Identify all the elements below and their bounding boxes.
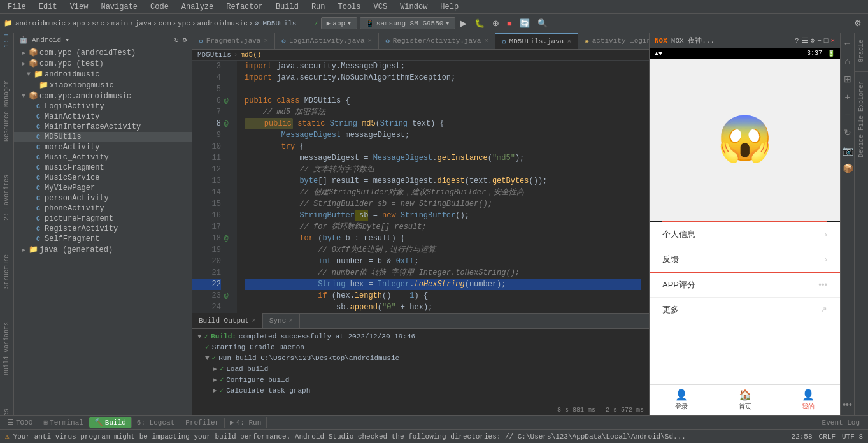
btab-sync[interactable]: Sync ×: [263, 313, 300, 328]
tab-registeractivity[interactable]: ⚙ RegisterActivity.java ×: [379, 33, 495, 49]
tree-item-personactivity[interactable]: C personActivity: [14, 193, 192, 203]
sidebar-sync-icon[interactable]: ↻: [174, 36, 179, 44]
emu-side-volup[interactable]: +: [841, 89, 854, 105]
stop-button[interactable]: ■: [504, 17, 515, 29]
btoolbar-logcat[interactable]: 6: Logcat: [132, 418, 180, 428]
tab-fragment[interactable]: ⚙ Fragment.java ×: [192, 33, 275, 49]
tree-item-maininterfaceactivity[interactable]: C MainInterfaceActivity: [14, 122, 192, 132]
breadcrumb-androidmusic2[interactable]: androidmusic: [197, 20, 248, 27]
register-tab-close[interactable]: ×: [484, 37, 488, 45]
emu-menu-item-1[interactable]: 反馈 ›: [650, 247, 840, 272]
tree-item-selffragment[interactable]: C SelfFragment: [14, 234, 192, 244]
emu-menu-item-2[interactable]: APP评分 •••: [650, 273, 840, 298]
emu-side-overview[interactable]: ⊞: [841, 71, 854, 87]
debug-button[interactable]: 🐛: [472, 17, 487, 29]
breadcrumb-androidmusic[interactable]: androidmusic: [15, 20, 66, 27]
menu-view[interactable]: View: [68, 1, 91, 13]
breadcrumb-java[interactable]: java: [135, 20, 152, 27]
emu-side-screenshot[interactable]: 📷: [841, 143, 854, 158]
menu-analyze[interactable]: Analyze: [179, 1, 216, 13]
btoolbar-build[interactable]: 🔨 Build: [89, 417, 132, 428]
emu-nav-profile[interactable]: 👤 我的: [776, 389, 840, 411]
tree-item-musicfragment[interactable]: C musicFragment: [14, 163, 192, 173]
run-button[interactable]: ▶: [458, 17, 469, 29]
tree-item-java-generated[interactable]: ▶ 📁 java (generated): [14, 244, 192, 255]
tree-item-phoneactivity[interactable]: C phoneActivity: [14, 203, 192, 214]
menu-refactor[interactable]: Refactor: [224, 1, 266, 13]
code-lines[interactable]: import java.security.MessageDigest; impo…: [237, 61, 649, 313]
tab-activityloginxml[interactable]: ◈ activity_login.xml ×: [578, 33, 649, 49]
btoolbar-run[interactable]: ▶ 4: Run: [225, 417, 267, 428]
emu-side-apk[interactable]: 📦: [841, 161, 854, 176]
tab-resource-manager[interactable]: Resource Manager: [1, 76, 12, 145]
tree-item-md5utils[interactable]: C MD5Utils: [14, 132, 192, 142]
tree-item-moreactivity[interactable]: C moreActivity: [14, 142, 192, 152]
breadcrumb-com[interactable]: com: [159, 20, 171, 27]
tab-structure[interactable]: Structure: [1, 251, 12, 293]
btoolbar-event-log[interactable]: Event Log: [817, 418, 865, 428]
breadcrumb-class[interactable]: MD5Utils: [197, 51, 231, 59]
menu-navigate[interactable]: Navigate: [98, 1, 140, 13]
tab-build-variants[interactable]: Build Variants: [1, 318, 12, 379]
tree-item-4[interactable]: ▼ 📦 com.ypc.androidmusic: [14, 91, 192, 101]
emulator-maximize-icon[interactable]: □: [824, 37, 829, 45]
menu-code[interactable]: Code: [148, 1, 171, 13]
tab-project[interactable]: 1: Project: [1, 33, 12, 51]
tree-item-picturefragment[interactable]: C pictureFragment: [14, 214, 192, 224]
breadcrumb-method[interactable]: md5(): [240, 51, 261, 59]
menu-build[interactable]: Build: [273, 1, 301, 13]
btoolbar-todo[interactable]: ☰ TODO: [3, 417, 38, 428]
emu-menu-item-0[interactable]: 个人信息 ›: [650, 222, 840, 247]
tree-item-musicactivity[interactable]: C Music_Activity: [14, 152, 192, 163]
emu-side-home[interactable]: ⌂: [841, 54, 854, 69]
search-everywhere-button[interactable]: 🔍: [535, 17, 550, 29]
run-config-button[interactable]: ▶ app ▾: [321, 17, 357, 29]
emulator-minimize-icon[interactable]: −: [817, 37, 822, 45]
build-output-close[interactable]: ×: [252, 317, 256, 324]
emu-nav-home[interactable]: 🏠 首页: [713, 389, 777, 411]
tree-item-0[interactable]: ▶ 📦 com.ypc (androidTest): [14, 47, 192, 58]
login-tab-close[interactable]: ×: [368, 37, 373, 45]
fragment-tab-close[interactable]: ×: [264, 37, 268, 45]
sync-close[interactable]: ×: [288, 317, 293, 324]
sidebar-dropdown-icon[interactable]: ▾: [65, 36, 69, 44]
attach-button[interactable]: ⊕: [490, 17, 502, 29]
menu-edit[interactable]: Edit: [36, 1, 60, 13]
menu-file[interactable]: File: [5, 1, 29, 13]
tree-item-1[interactable]: ▶ 📦 com.ypc (test): [14, 58, 192, 69]
emu-side-back[interactable]: ←: [841, 36, 854, 51]
emulator-menu-icon[interactable]: ☰: [802, 36, 808, 45]
breadcrumb-app[interactable]: app: [73, 20, 85, 27]
tab-device-file-explorer[interactable]: Device File Explorer: [856, 77, 867, 161]
tree-item-musicservice[interactable]: C MusicService: [14, 173, 192, 183]
tree-item-3[interactable]: 📁 xiaoxiongmusic: [14, 80, 192, 91]
emu-side-rotate[interactable]: ↻: [841, 125, 854, 140]
sync-button[interactable]: 🔄: [517, 17, 532, 29]
tab-favorites[interactable]: 2: Favorites: [1, 171, 12, 224]
emulator-settings-icon[interactable]: ⚙: [811, 36, 815, 45]
sidebar-gear-icon[interactable]: ⚙: [182, 36, 187, 44]
tab-captures[interactable]: Captures: [1, 405, 12, 415]
btab-build-output[interactable]: Build Output ×: [192, 313, 263, 328]
menu-help[interactable]: Help: [438, 1, 461, 13]
btoolbar-profiler[interactable]: Profiler: [180, 418, 225, 428]
tree-item-mainactivity[interactable]: C MainActivity: [14, 112, 192, 122]
emu-side-voldn[interactable]: −: [841, 107, 854, 122]
breadcrumb-ypc[interactable]: ypc: [178, 20, 190, 27]
menu-vcs[interactable]: VCS: [371, 1, 390, 13]
emu-nav-login[interactable]: 👤 登录: [650, 389, 713, 411]
tree-item-loginactivity[interactable]: C LoginActivity: [14, 101, 192, 112]
device-selector-button[interactable]: 📱 samsung SM-G9550 ▾: [360, 17, 455, 29]
md5-tab-close[interactable]: ×: [567, 38, 571, 45]
tab-gradle[interactable]: Gradle: [856, 36, 867, 66]
tab-loginactivity[interactable]: ⚙ LoginActivity.java ×: [275, 33, 379, 49]
btoolbar-terminal[interactable]: ⊞ Terminal: [38, 417, 89, 428]
breadcrumb-main[interactable]: main: [111, 20, 128, 27]
tree-item-registeractivity[interactable]: C RegisterActivity: [14, 224, 192, 234]
breadcrumb-md5utils[interactable]: ⚙ MD5Utils: [254, 19, 296, 27]
tree-item-2[interactable]: ▼ 📁 androidmusic: [14, 69, 192, 80]
emu-menu-item-3[interactable]: 更多 ↗: [650, 298, 840, 322]
menu-run[interactable]: Run: [309, 1, 328, 13]
settings-button[interactable]: ⚙: [851, 17, 864, 29]
tree-item-myviewpager[interactable]: C MyViewPager: [14, 183, 192, 193]
